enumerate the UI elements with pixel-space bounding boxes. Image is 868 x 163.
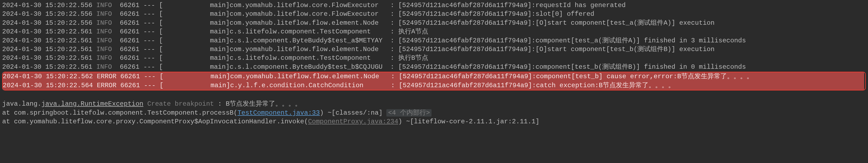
log-logger: com.yomahub.liteflow.flow.element.Node (230, 72, 391, 81)
log-pid: 66261 (120, 54, 143, 63)
log-message: [524957d121ac46fabf287d6a11f794a9]:compo… (398, 63, 746, 72)
exception-type-link[interactable]: java.lang.RuntimeException (41, 100, 143, 108)
stack-frame-suffix: ) ~[classes/:na] (320, 109, 386, 117)
console-output: 2024-01-30 15:20:22.556INFO66261--- [mai… (0, 0, 868, 127)
log-separator: --- [ (143, 36, 163, 45)
log-pid: 66261 (120, 63, 143, 72)
log-message: [524957d121ac46fabf287d6a11f794a9]:compo… (399, 72, 753, 81)
log-colon: : (391, 81, 399, 90)
log-thread: main] (163, 63, 229, 72)
stack-frame-row: at com.springboot.litefolw.component.Tes… (2, 109, 866, 117)
log-thread: main] (163, 36, 229, 45)
log-colon: : (391, 28, 398, 36)
blank-line (2, 91, 866, 100)
log-level: INFO (96, 54, 120, 63)
log-separator: --- [ (143, 1, 163, 10)
log-level: INFO (96, 19, 120, 28)
log-colon: : (391, 54, 398, 63)
log-separator: --- [ (143, 10, 163, 18)
log-thread: main] (163, 45, 229, 54)
stack-frame-row: at com.yomahub.liteflow.core.proxy.Compo… (2, 117, 866, 126)
log-timestamp: 2024-01-30 15:20:22.556 (2, 1, 96, 10)
log-separator: --- [ (143, 19, 163, 28)
exception-message: B节点发生异常了。。。。 (226, 100, 301, 108)
log-row: 2024-01-30 15:20:22.556INFO66261--- [mai… (2, 19, 866, 28)
log-timestamp: 2024-01-30 15:20:22.561 (2, 54, 96, 63)
log-logger: com.yomahub.liteflow.flow.element.Node (229, 45, 390, 54)
log-logger: com.yomahub.liteflow.core.FlowExecutor (229, 1, 390, 10)
log-colon: : (391, 63, 398, 72)
log-timestamp: 2024-01-30 15:20:22.561 (2, 36, 96, 45)
log-separator: --- [ (144, 72, 163, 81)
source-link[interactable]: TestComponent.java:33 (238, 109, 320, 117)
log-row: 2024-01-30 15:20:22.561INFO66261--- [mai… (2, 36, 866, 45)
log-timestamp: 2024-01-30 15:20:22.556 (2, 19, 96, 28)
log-timestamp: 2024-01-30 15:20:22.562 (3, 72, 97, 81)
log-colon: : (391, 10, 398, 18)
log-pid: 66261 (120, 81, 144, 90)
log-logger: c.s.l.component.ByteBuddy$test_b$CQJUGU (229, 63, 390, 72)
log-message: [524957d121ac46fabf287d6a11f794a9]:compo… (398, 36, 746, 45)
log-separator: --- [ (143, 45, 163, 54)
log-thread: main] (163, 19, 229, 28)
create-breakpoint-hint[interactable]: Create breakpoint (147, 100, 214, 108)
log-colon: : (391, 36, 398, 45)
log-pid: 66261 (120, 10, 143, 18)
exception-sep: : (214, 100, 226, 108)
log-logger: c.s.litefolw.component.TestComponent (229, 54, 390, 63)
log-logger: c.s.l.component.ByteBuddy$test_a$METYAY (229, 36, 390, 45)
log-logger: c.s.litefolw.component.TestComponent (229, 28, 390, 36)
log-pid: 66261 (120, 45, 143, 54)
source-link[interactable]: ComponentProxy.java:234 (308, 118, 398, 125)
log-pid: 66261 (120, 1, 143, 10)
stack-frame-prefix: at com.yomahub.liteflow.core.proxy.Compo… (2, 118, 308, 125)
log-level: INFO (96, 28, 120, 36)
log-logger: com.yomahub.liteflow.core.FlowExecutor (229, 10, 390, 18)
log-row: 2024-01-30 15:20:22.561INFO66261--- [mai… (2, 63, 866, 72)
log-colon: : (391, 72, 399, 81)
log-row: 2024-01-30 15:20:22.562ERROR66261--- [ma… (3, 72, 864, 81)
log-thread: main] (163, 81, 230, 90)
exception-lang-prefix: java.lang. (2, 100, 41, 108)
log-thread: main] (163, 54, 229, 63)
log-logger: c.y.l.f.e.condition.CatchCondition (230, 81, 391, 90)
log-row: 2024-01-30 15:20:22.561INFO66261--- [mai… (2, 45, 866, 54)
collapsed-frames-badge[interactable]: <4 个内部行> (386, 109, 432, 117)
log-level: INFO (96, 36, 120, 45)
log-message: [524957d121ac46fabf287d6a11f794a9]:slot[… (398, 10, 594, 18)
log-colon: : (391, 1, 398, 10)
log-message: 执行A节点 (398, 28, 428, 36)
log-message: [524957d121ac46fabf287d6a11f794a9]:reque… (398, 1, 626, 10)
log-message: 执行B节点 (398, 54, 428, 63)
log-timestamp: 2024-01-30 15:20:22.561 (2, 45, 96, 54)
stack-frame-prefix: at com.springboot.litefolw.component.Tes… (2, 109, 238, 117)
log-colon: : (391, 19, 398, 28)
log-timestamp: 2024-01-30 15:20:22.556 (2, 10, 96, 18)
log-level: INFO (96, 63, 120, 72)
log-row: 2024-01-30 15:20:22.556INFO66261--- [mai… (2, 10, 866, 18)
log-separator: --- [ (143, 63, 163, 72)
log-message: [524957d121ac46fabf287d6a11f794a9]:[O]st… (398, 45, 715, 54)
log-level: INFO (96, 45, 120, 54)
log-thread: main] (163, 28, 229, 36)
log-thread: main] (163, 10, 229, 18)
exception-header-row: java.lang.java.lang.RuntimeException Cre… (2, 100, 866, 109)
log-timestamp: 2024-01-30 15:20:22.561 (2, 63, 96, 72)
stack-frame-suffix: ) ~[liteflow-core-2.11.1.jar:2.11.1] (398, 118, 539, 125)
log-logger: com.yomahub.liteflow.flow.element.Node (229, 19, 390, 28)
log-pid: 66261 (120, 36, 143, 45)
log-message: [524957d121ac46fabf287d6a11f794a9]:[O]st… (398, 19, 715, 28)
log-message: [524957d121ac46fabf287d6a11f794a9]:catch… (399, 81, 675, 90)
log-level: INFO (96, 10, 120, 18)
log-row: 2024-01-30 15:20:22.561INFO66261--- [mai… (2, 28, 866, 36)
log-level: ERROR (97, 72, 120, 81)
log-timestamp: 2024-01-30 15:20:22.564 (3, 81, 97, 90)
log-row: 2024-01-30 15:20:22.556INFO66261--- [mai… (2, 1, 866, 10)
log-row: 2024-01-30 15:20:22.564ERROR66261--- [ma… (3, 81, 864, 90)
log-separator: --- [ (143, 54, 163, 63)
log-level: INFO (96, 1, 120, 10)
log-separator: --- [ (144, 81, 163, 90)
log-thread: main] (163, 72, 230, 81)
log-thread: main] (163, 1, 229, 10)
log-pid: 66261 (120, 19, 143, 28)
